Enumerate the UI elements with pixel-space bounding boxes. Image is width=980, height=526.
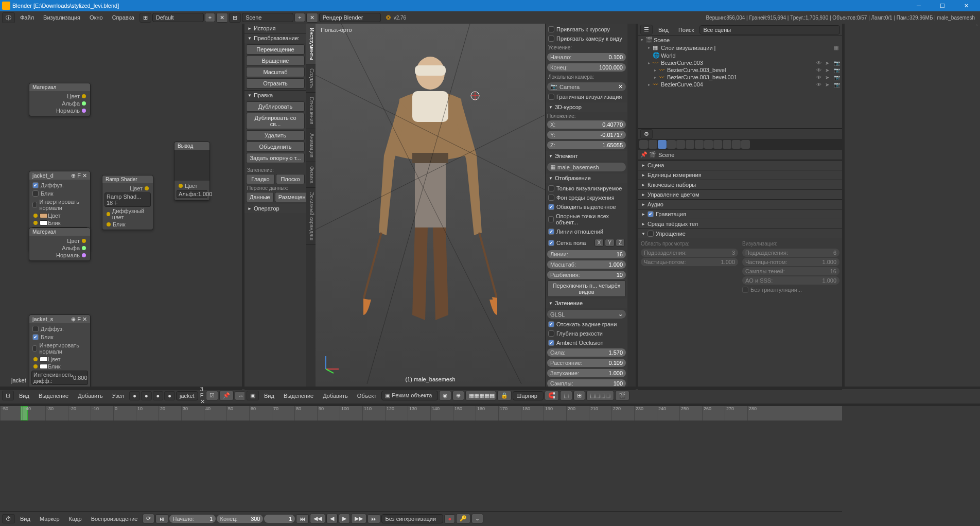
item-name-field[interactable]: ▦male_basemesh: [547, 163, 626, 171]
tab-world[interactable]: [667, 140, 676, 149]
render-border[interactable]: Граничная визуализация: [556, 94, 622, 100]
render-engine[interactable]: Рендер Blender: [319, 13, 381, 22]
duplicate-button[interactable]: Дублировать: [246, 101, 305, 112]
editor-type-node[interactable]: ⊡: [2, 391, 14, 400]
panel-shading[interactable]: Затенение: [546, 299, 627, 308]
outliner-search-menu[interactable]: Поиск: [674, 26, 698, 34]
tab-physics[interactable]: Физика: [306, 162, 316, 188]
scene-select[interactable]: Scene: [242, 13, 293, 22]
pin-button[interactable]: 📌: [219, 391, 234, 400]
n-panel-scrollbar[interactable]: [627, 24, 636, 387]
layers[interactable]: ▦▦▦▦▦: [465, 391, 496, 400]
tab-material[interactable]: [713, 140, 722, 149]
next-key-icon[interactable]: ▶▶: [351, 514, 366, 523]
scale-button[interactable]: Масштаб: [246, 67, 305, 77]
tab-texture[interactable]: [723, 140, 731, 149]
layout-browse-button[interactable]: ⊞: [139, 13, 151, 23]
panel-simplify[interactable]: Упрощение: [638, 229, 842, 238]
shade-flat-button[interactable]: Плоско: [276, 174, 305, 184]
node-material-1[interactable]: Материал Цвет Альфа Нормаль: [29, 83, 91, 116]
minimize-button[interactable]: ─: [907, 0, 931, 11]
tab-modifiers[interactable]: [695, 140, 704, 149]
cursor-z[interactable]: Z:1.65055: [547, 141, 626, 149]
panel-keying[interactable]: Ключевые наборы: [638, 180, 842, 189]
node-material-2[interactable]: Материал Цвет Альфа Нормаль: [29, 227, 91, 261]
editor-type-timeline[interactable]: ⏱: [2, 514, 15, 523]
clip-start[interactable]: Начало:0.100: [547, 53, 626, 61]
panel-item[interactable]: Элемент: [546, 151, 627, 161]
current-frame[interactable]: 1: [264, 515, 295, 523]
scene-add[interactable]: +: [294, 13, 305, 22]
editor-type-props[interactable]: ⚙: [640, 129, 653, 139]
join-button[interactable]: Объединить: [246, 142, 305, 152]
outliner-row[interactable]: ▸〰BezierCurve.004👁➤📷: [638, 81, 842, 88]
scene-browse-button[interactable]: ⊞: [229, 13, 241, 23]
axis-z[interactable]: Z: [616, 239, 625, 247]
layout-button[interactable]: Размещен: [275, 192, 306, 202]
play-reverse-icon[interactable]: ◀: [326, 514, 338, 523]
sync-mode[interactable]: Без синхронизации: [381, 514, 443, 523]
editor-type-outliner[interactable]: ☰: [640, 25, 653, 34]
panel-audio[interactable]: Аудио: [638, 199, 842, 209]
outliner-row[interactable]: ▸〰BezierCurve.003_bevel👁➤📷: [638, 66, 842, 74]
outliner-row[interactable]: ▸▦Слои визуализации | ▦: [638, 44, 842, 51]
shading-mode[interactable]: GLSL⌄: [547, 310, 626, 319]
layout-select[interactable]: Default: [152, 13, 204, 22]
panel-scene[interactable]: Сцена: [638, 160, 842, 170]
lock-to-cursor[interactable]: Привязать к курсору: [556, 26, 610, 32]
panel-units[interactable]: Единицы измерения: [638, 170, 842, 180]
panel-display[interactable]: Отображение: [546, 173, 627, 183]
node-editor[interactable]: Материал Цвет Альфа Нормаль jacket_d⊕ F …: [0, 24, 242, 387]
clip-end[interactable]: Конец:1000.000: [547, 63, 626, 72]
outliner-row[interactable]: 🌐World: [638, 51, 842, 59]
tab-create[interactable]: Создать: [306, 64, 316, 93]
shading-mode-btn[interactable]: ◉: [439, 391, 451, 400]
local-camera-field[interactable]: 📷Camera✕: [547, 82, 626, 91]
play-icon[interactable]: ▶: [339, 514, 350, 523]
mirror-button[interactable]: Отразить: [246, 78, 305, 89]
outliner-view-menu[interactable]: Вид: [654, 26, 673, 34]
translate-button[interactable]: Перемещение: [246, 44, 305, 55]
panel-3d-cursor[interactable]: 3D-курсор: [546, 102, 627, 112]
menu-file[interactable]: Файл: [16, 13, 38, 22]
node-jacket-s[interactable]: jacket_s⊕ F ✕ Диффуз. ✔Блик Инвертироват…: [29, 314, 91, 387]
outliner-filter[interactable]: Все сцены: [699, 25, 840, 34]
3d-viewport[interactable]: Польз.-орто: [316, 24, 545, 387]
cursor-x[interactable]: X:0.40770: [547, 120, 626, 129]
tab-object[interactable]: [676, 140, 685, 149]
menu-render[interactable]: Визуализация: [39, 13, 84, 22]
cursor-y[interactable]: Y:-0.01717: [547, 131, 626, 139]
tab-constraints[interactable]: [686, 140, 694, 149]
set-origin-button[interactable]: Задать опорную т...: [246, 153, 305, 163]
scene-remove[interactable]: ✕: [306, 13, 318, 23]
layout-remove[interactable]: ✕: [216, 13, 228, 23]
axis-y[interactable]: Y: [605, 239, 615, 247]
tab-grease[interactable]: Эскизный карандаш: [306, 188, 316, 245]
auto-key-icon[interactable]: ●: [444, 514, 455, 523]
jump-end-icon[interactable]: ⏭: [367, 514, 380, 523]
outliner-row[interactable]: ▸〰BezierCurve.003_bevel.001👁➤📷: [638, 74, 842, 81]
splitter-v3[interactable]: [842, 24, 845, 387]
outliner-row-scene[interactable]: ▾🎬Scene: [638, 36, 842, 44]
rotate-button[interactable]: Вращение: [246, 56, 305, 66]
tab-relations[interactable]: Отношения: [306, 93, 316, 129]
panel-operator[interactable]: Оператор: [244, 204, 306, 213]
render-button[interactable]: 🎬: [615, 391, 629, 400]
menu-help[interactable]: Справка: [108, 13, 138, 22]
prev-key-icon[interactable]: ◀◀: [310, 514, 325, 523]
layout-add[interactable]: +: [205, 13, 215, 22]
pivot-button[interactable]: ⊕: [452, 391, 464, 400]
shade-smooth-button[interactable]: Гладко: [246, 174, 275, 184]
node-ramp-shader[interactable]: Ramp Shader Цвет Ramp Shad... 18 F Диффу…: [102, 175, 153, 230]
maximize-button[interactable]: ☐: [931, 0, 954, 11]
lock-camera[interactable]: Привязать камеру к виду: [556, 36, 622, 42]
node-output[interactable]: Вывод Цвет Альфа:1.000: [174, 142, 210, 201]
outliner-row[interactable]: ▸〰BezierCurve.003👁➤📷: [638, 59, 842, 66]
tab-particles[interactable]: [732, 140, 741, 149]
toggle-quad-view[interactable]: Переключить п... четырёх видов: [547, 280, 626, 297]
axis-x[interactable]: X: [594, 239, 604, 247]
close-button[interactable]: ✕: [954, 0, 978, 11]
panel-edit[interactable]: Правка: [244, 91, 306, 100]
panel-color-mgmt[interactable]: Управление цветом: [638, 189, 842, 199]
frame-end[interactable]: Конец:300: [217, 515, 263, 523]
